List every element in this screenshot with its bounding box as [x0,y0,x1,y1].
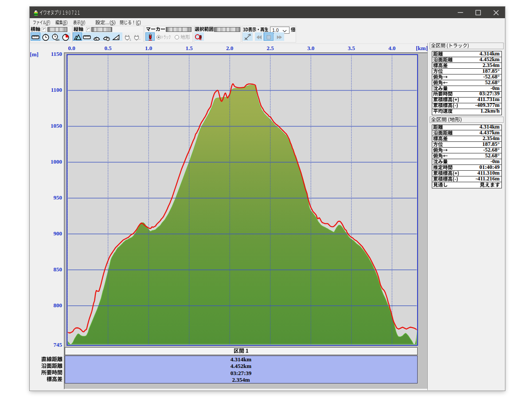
svg-text:123: 123 [55,38,59,41]
svg-text:1: 1 [129,38,131,41]
svg-text:~: ~ [139,38,141,41]
